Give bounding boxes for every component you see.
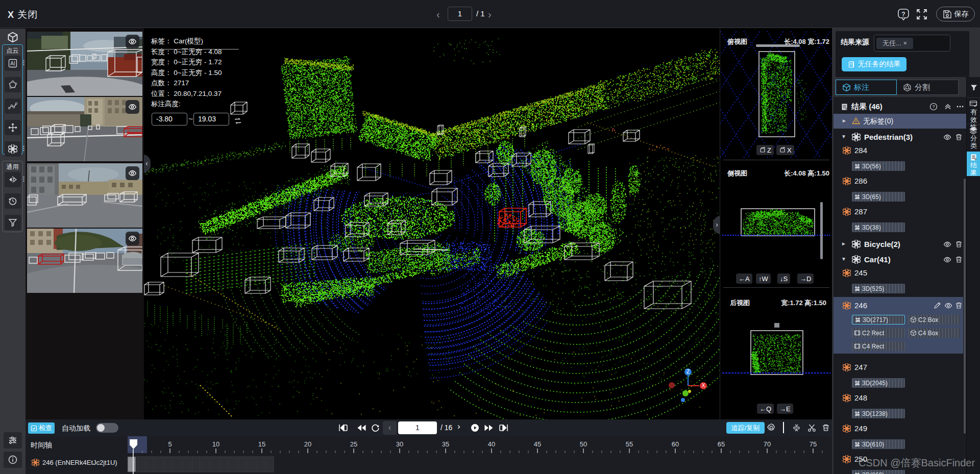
svg-text:25: 25 [350,440,357,448]
svg-text:10: 10 [212,440,219,448]
svg-text:AI: AI [10,61,15,66]
svg-text:70: 70 [764,440,771,448]
svg-text:55: 55 [626,440,633,448]
svg-text:60: 60 [672,440,679,448]
svg-text:40: 40 [488,440,495,448]
svg-text:X: X [702,383,705,388]
svg-text:50: 50 [580,440,587,448]
svg-text:?: ? [933,104,935,109]
svg-text:?: ? [901,11,905,18]
svg-text:45: 45 [534,440,541,448]
svg-text:30: 30 [396,440,403,448]
svg-text:65: 65 [718,440,725,448]
svg-text:20: 20 [304,440,311,448]
svg-text:15: 15 [258,440,265,448]
svg-text:Z: Z [687,369,690,375]
svg-text:5: 5 [168,440,172,448]
svg-text:35: 35 [442,440,449,448]
svg-text:75: 75 [810,440,817,448]
